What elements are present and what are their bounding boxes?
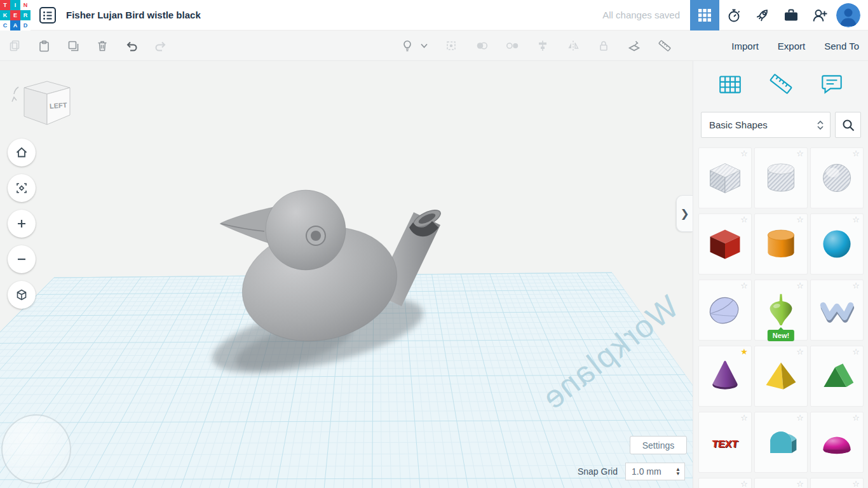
scribble-icon — [818, 291, 856, 329]
settings-button[interactable]: Settings — [630, 436, 687, 454]
briefcase-button[interactable] — [776, 0, 805, 30]
import-button[interactable]: Import — [731, 41, 759, 51]
snap-grid-value: 1.0 mm — [632, 466, 661, 477]
shape-tile-pyramid[interactable]: ☆ — [754, 346, 808, 407]
design-title[interactable]: Fisher Lujan Bird wistle black — [66, 10, 201, 20]
lock-button[interactable] — [597, 39, 611, 53]
avatar-icon — [836, 3, 860, 27]
copy-icon — [8, 39, 22, 53]
shape-tile-cone[interactable]: ★ — [698, 346, 752, 407]
zoom-out-button[interactable] — [8, 245, 36, 273]
favorite-star-icon[interactable]: ☆ — [796, 414, 804, 423]
shape-tile-partial[interactable]: ☆ — [698, 478, 752, 488]
group-button[interactable] — [475, 39, 489, 53]
shape-tile-text[interactable]: TEXTTEXT☆ — [698, 412, 752, 473]
mirror-button[interactable] — [566, 39, 580, 53]
category-dropdown[interactable]: Basic Shapes — [701, 112, 831, 138]
favorite-star-icon[interactable]: ☆ — [852, 215, 860, 224]
menu-button[interactable] — [37, 4, 58, 26]
invite-button[interactable] — [805, 0, 834, 30]
shape-tile-top[interactable]: ☆New! — [754, 280, 808, 341]
undo-button[interactable] — [125, 39, 139, 53]
perspective-toggle-button[interactable] — [8, 281, 36, 309]
fit-view-icon — [15, 181, 29, 195]
viewcube-side-face[interactable] — [24, 88, 47, 125]
notes-helper-button[interactable] — [818, 71, 845, 97]
shape-tile-box-hole[interactable]: ☆ — [698, 147, 752, 208]
favorite-star-icon[interactable]: ☆ — [796, 215, 804, 224]
workplane-tool-button[interactable] — [627, 39, 641, 53]
redo-button[interactable] — [154, 39, 168, 53]
round-roof-icon — [762, 423, 800, 461]
shape-tile-halfsphere[interactable]: ☆ — [810, 412, 864, 473]
stopwatch-button[interactable] — [719, 0, 748, 30]
panel-collapse-tab[interactable]: ❯ — [676, 195, 693, 232]
notes-bubble-icon — [818, 71, 845, 97]
shape-tile-cylinder-hole[interactable]: ☆ — [754, 147, 808, 208]
delete-button[interactable] — [95, 39, 109, 53]
duplicate-button[interactable] — [66, 39, 80, 53]
zoom-in-button[interactable] — [8, 210, 36, 238]
save-status: All changes saved — [602, 10, 680, 20]
shape-tile-round-roof[interactable]: ☆ — [754, 412, 808, 473]
logo-letter: I — [10, 0, 20, 10]
shape-tile-sphere[interactable]: ☆ — [810, 214, 864, 274]
ungroup-button[interactable] — [505, 39, 519, 53]
new-badge: New! — [768, 330, 794, 341]
shape-tile-partial[interactable]: ☆ — [754, 478, 808, 488]
favorite-star-icon[interactable]: ☆ — [740, 215, 748, 224]
ruler-tool-button[interactable] — [658, 39, 672, 53]
paste-button[interactable] — [37, 39, 51, 53]
workplane-tool-icon — [627, 39, 641, 53]
send-to-button[interactable]: Send To — [824, 41, 859, 51]
favorite-star-icon[interactable]: ★ — [740, 348, 748, 356]
align-button[interactable] — [536, 39, 550, 53]
shape-tile-paraboloid[interactable]: ☆ — [698, 280, 752, 341]
rocket-button[interactable] — [748, 0, 776, 30]
workplane-helper-button[interactable] — [717, 71, 743, 97]
shape-tile-partial[interactable]: ☆ — [810, 478, 864, 488]
tinkercad-logo[interactable]: TINKERCAD — [0, 0, 31, 30]
fit-selection-button[interactable] — [444, 39, 458, 53]
avatar[interactable] — [836, 3, 860, 27]
orbit-control-ring[interactable] — [1, 414, 71, 484]
ruler-helper-button[interactable] — [768, 71, 794, 97]
shape-tile-sphere-hole[interactable]: ☆ — [810, 147, 864, 208]
workplane-grid-icon — [717, 71, 743, 97]
favorite-star-icon[interactable]: ☆ — [796, 480, 804, 488]
show-all-button[interactable] — [400, 39, 414, 53]
home-view-button[interactable] — [8, 139, 36, 166]
dashboard-grid-button[interactable] — [690, 0, 719, 30]
favorite-star-icon[interactable]: ☆ — [852, 149, 860, 158]
favorite-star-icon[interactable]: ☆ — [796, 348, 804, 356]
sphere-hole-icon — [818, 159, 856, 197]
favorite-star-icon[interactable]: ☆ — [852, 281, 860, 290]
favorite-star-icon[interactable]: ☆ — [740, 480, 748, 488]
shape-tile-cylinder[interactable]: ☆ — [754, 214, 808, 274]
show-all-dropdown[interactable] — [421, 43, 428, 48]
copy-button[interactable] — [8, 39, 22, 53]
shape-tile-scribble[interactable]: ☆ — [810, 280, 864, 341]
favorite-star-icon[interactable]: ☆ — [796, 149, 804, 158]
logo-letter: A — [10, 20, 20, 30]
tinkercad-app: TINKERCAD Fisher Lujan Bird wistle black… — [0, 0, 868, 488]
roof-icon — [818, 357, 856, 395]
favorite-star-icon[interactable]: ☆ — [852, 480, 860, 488]
favorite-star-icon[interactable]: ☆ — [740, 281, 748, 290]
view-cube[interactable]: LEFT — [9, 69, 75, 135]
favorite-star-icon[interactable]: ☆ — [852, 348, 860, 356]
rocket-icon — [754, 7, 771, 24]
shape-tile-box[interactable]: ☆ — [698, 214, 752, 274]
paste-icon — [37, 39, 51, 53]
favorite-star-icon[interactable]: ☆ — [740, 414, 748, 423]
export-button[interactable]: Export — [778, 41, 805, 51]
favorite-star-icon[interactable]: ☆ — [796, 281, 804, 290]
home-icon — [15, 146, 29, 159]
search-button[interactable] — [835, 112, 861, 138]
shape-tile-roof[interactable]: ☆ — [810, 346, 864, 407]
3d-viewport[interactable]: Workplane LEFT — [0, 61, 693, 488]
favorite-star-icon[interactable]: ☆ — [852, 414, 860, 423]
favorite-star-icon[interactable]: ☆ — [740, 149, 748, 158]
fit-view-button[interactable] — [8, 174, 36, 202]
snap-grid-select[interactable]: 1.0 mm ▲▼ — [625, 463, 685, 480]
